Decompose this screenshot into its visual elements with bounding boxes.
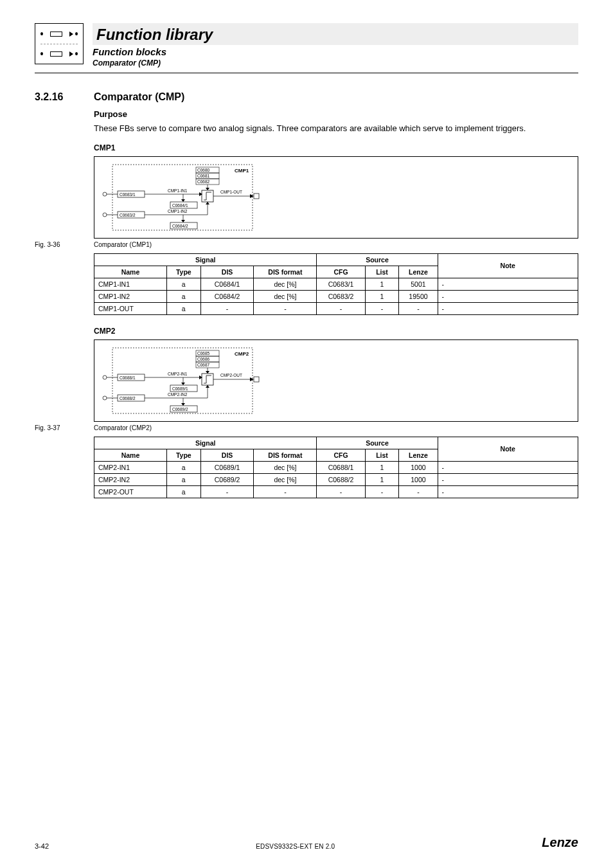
svg-marker-29 <box>181 220 185 222</box>
svg-rect-76 <box>254 377 259 382</box>
svg-marker-58 <box>181 383 185 385</box>
svg-text:C0683/2: C0683/2 <box>120 213 136 217</box>
svg-point-50 <box>103 375 107 379</box>
svg-text:CMP2: CMP2 <box>235 351 249 357</box>
figure-label: Fig. 3-37 <box>35 424 71 431</box>
section-number: 3.2.16 <box>35 91 76 103</box>
comparator-diagram: .t6 { font: 6.5px Arial; } .t7b { font: … <box>100 345 267 416</box>
svg-text:CMP2-IN1: CMP2-IN1 <box>168 372 188 376</box>
title-sub2: Comparator (CMP) <box>93 59 578 68</box>
svg-point-11 <box>103 192 107 196</box>
block-title: CMP1 <box>94 143 578 152</box>
page-header: Function library Function blocks Compara… <box>35 23 578 68</box>
svg-text:C0682: C0682 <box>197 179 210 184</box>
svg-point-61 <box>103 396 107 400</box>
diagram-box: .t6 { font: 6.5px Arial; } .t7b { font: … <box>94 156 578 239</box>
svg-marker-68 <box>181 403 185 406</box>
svg-text:C0685: C0685 <box>197 351 210 356</box>
table-row: CMP1-OUT a - - - - - - <box>94 302 578 314</box>
svg-marker-75 <box>250 377 254 381</box>
signal-table: Signal Source Note NameTypeDISDIS format… <box>94 253 578 315</box>
svg-text:C0684/2: C0684/2 <box>172 224 188 228</box>
svg-text:C0688/2: C0688/2 <box>120 396 136 401</box>
comparator-block: CMP1 .t6 { font: 6.5px Arial; } .t7b { f… <box>94 143 578 239</box>
purpose-heading: Purpose <box>94 109 578 119</box>
svg-text:C0689/1: C0689/1 <box>172 386 188 391</box>
svg-text:C0688/1: C0688/1 <box>120 375 136 380</box>
comparator-diagram: .t6 { font: 6.5px Arial; } .t7b { font: … <box>100 162 267 233</box>
figure-caption-row: Fig. 3-37 Comparator (CMP2) <box>35 424 578 431</box>
svg-marker-9 <box>206 188 209 190</box>
table-row: CMP2-IN1 a C0689/1 dec [%] C0688/1 1 100… <box>94 461 578 473</box>
svg-point-22 <box>103 213 107 217</box>
svg-marker-36 <box>250 194 254 198</box>
title-sub1: Function blocks <box>93 46 578 57</box>
page-number: 3-42 <box>35 842 49 850</box>
svg-text:CMP1-IN1: CMP1-IN1 <box>168 188 188 193</box>
table-row: CMP1-IN1 a C0684/1 dec [%] C0683/1 1 500… <box>94 278 578 290</box>
svg-text:C0681: C0681 <box>197 174 210 178</box>
page-footer: 3-42 EDSVS9332S-EXT EN 2.0 Lenze <box>35 835 578 850</box>
brand-logo: Lenze <box>542 835 578 850</box>
signal-table: Signal Source Note NameTypeDISDIS format… <box>94 437 578 498</box>
svg-text:CMP2-OUT: CMP2-OUT <box>220 373 242 377</box>
svg-marker-33 <box>206 202 209 204</box>
purpose-text: These FBs serve to compare two analog si… <box>94 123 578 134</box>
figure-caption: Comparator (CMP1) <box>94 241 152 248</box>
comparator-block: CMP2 .t6 { font: 6.5px Arial; } .t7b { f… <box>94 327 578 422</box>
svg-text:C0686: C0686 <box>197 357 210 361</box>
figure-caption: Comparator (CMP2) <box>94 424 152 431</box>
figure-caption-row: Fig. 3-36 Comparator (CMP1) <box>35 241 578 248</box>
svg-text:CMP1-IN2: CMP1-IN2 <box>168 209 188 213</box>
header-icon <box>35 23 84 64</box>
diagram-box: .t6 { font: 6.5px Arial; } .t7b { font: … <box>94 339 578 422</box>
svg-text:CMP1: CMP1 <box>235 168 249 174</box>
svg-marker-48 <box>206 371 209 374</box>
block-title: CMP2 <box>94 327 578 336</box>
section-title: Comparator (CMP) <box>94 91 184 103</box>
svg-marker-19 <box>181 199 185 202</box>
svg-rect-37 <box>254 194 259 199</box>
section-heading: 3.2.16 Comparator (CMP) <box>35 91 578 103</box>
svg-text:C0689/2: C0689/2 <box>172 407 188 411</box>
svg-text:C0683/1: C0683/1 <box>120 192 136 197</box>
figure-label: Fig. 3-36 <box>35 241 71 248</box>
svg-text:C0684/1: C0684/1 <box>172 203 188 208</box>
svg-text:CMP1-OUT: CMP1-OUT <box>220 190 242 194</box>
svg-marker-72 <box>206 385 209 388</box>
doc-id: EDSVS9332S-EXT EN 2.0 <box>256 843 335 850</box>
table-row: CMP2-IN2 a C0689/2 dec [%] C0688/2 1 100… <box>94 473 578 485</box>
title-main: Function library <box>96 26 574 44</box>
svg-text:C0687: C0687 <box>197 363 210 367</box>
svg-text:C0680: C0680 <box>197 168 210 172</box>
svg-text:CMP2-IN2: CMP2-IN2 <box>168 392 188 397</box>
table-row: CMP2-OUT a - - - - - - <box>94 485 578 498</box>
table-row: CMP1-IN2 a C0684/2 dec [%] C0683/2 1 195… <box>94 290 578 302</box>
